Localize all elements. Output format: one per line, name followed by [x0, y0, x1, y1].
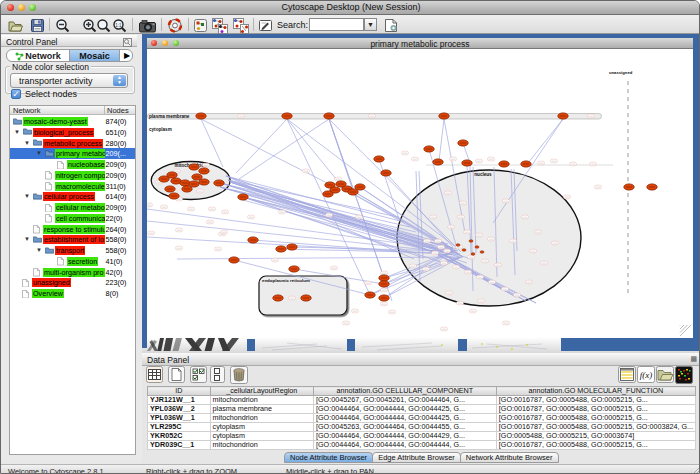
svg-text:1:1: 1:1 [115, 23, 122, 28]
svg-text:cytoplasm: cytoplasm [149, 127, 172, 132]
svg-text:plasma membrane: plasma membrane [149, 114, 190, 119]
svg-text:f(x): f(x) [640, 370, 653, 380]
svg-text:unassigned: unassigned [609, 70, 633, 75]
svg-text:nucleus: nucleus [474, 172, 492, 177]
svg-text:endoplasmic reticulum: endoplasmic reticulum [262, 278, 310, 283]
